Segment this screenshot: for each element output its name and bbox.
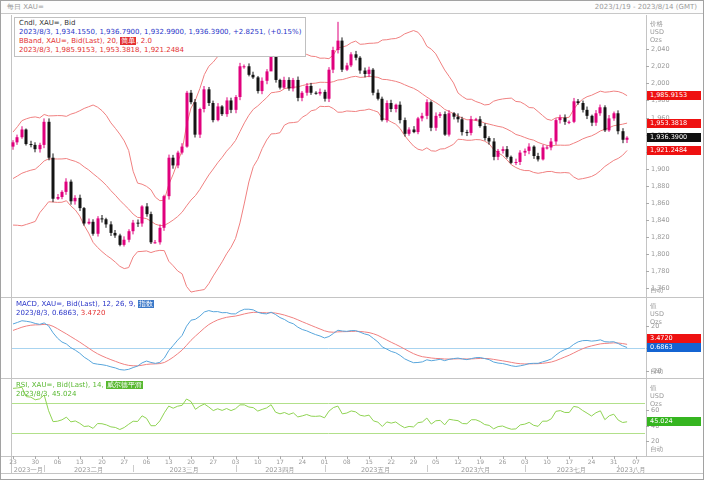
macd-value-text: 2023/8/3, 0.6863,	[16, 309, 81, 317]
rsi-params-text: RSI, XAU=, Bid(Last), 14,	[16, 381, 106, 389]
macd-values: 2023/8/3, 0.6863, 3.4720	[16, 309, 154, 318]
chart-date-range: 2023/1/19 - 2023/8/14 (GMT)	[595, 1, 697, 13]
candle-ohlc-values: 2023/8/3, 1,934.1550, 1,936.7900, 1,932.…	[19, 28, 301, 37]
rsi-legend: RSI, XAU=, Bid(Last), 14, 威尔德平滑 2023/8/3…	[16, 381, 143, 399]
macd-axis-unit1: USD	[650, 310, 664, 318]
last-price-badge: 1,936.3900	[647, 133, 701, 142]
rsi-axis-header: 值 USD Ozs	[650, 384, 664, 408]
price-axis-title: 价格	[650, 20, 664, 28]
rsi-smoothing-highlight[interactable]: 威尔德平滑	[106, 381, 143, 389]
bband-sigma-text: , 2.0	[136, 37, 152, 45]
rsi-axis-title: 值	[650, 384, 664, 392]
macd-legend: MACD, XAU=, Bid(Last), 12, 26, 9, 指数 202…	[16, 300, 154, 318]
main-legend: Cndl, XAU=, Bid 2023/8/3, 1,934.1550, 1,…	[14, 17, 306, 57]
price-axis-header: 价格 USD Ozs	[650, 20, 664, 44]
bband-upper-price-badge: 1,985.9153	[647, 91, 701, 100]
macd-series-label: MACD, XAU=, Bid(Last), 12, 26, 9, 指数	[16, 300, 154, 309]
price-axis-auto-label[interactable]: 自动	[650, 286, 663, 295]
chart-interval-title: 每日 XAU=	[7, 1, 44, 13]
price-axis-unit1: USD	[650, 28, 664, 36]
chart-titlebar: 每日 XAU= 2023/1/19 - 2023/8/14 (GMT)	[1, 1, 703, 14]
rsi-axis-unit1: USD	[650, 392, 664, 400]
macd-axis-header: 值 USD Ozs	[650, 302, 664, 326]
rsi-series-label: RSI, XAU=, Bid(Last), 14, 威尔德平滑	[16, 381, 143, 390]
price-axis-unit2: Ozs	[650, 36, 664, 44]
macd-value-badge: 0.6863	[647, 343, 701, 352]
macd-ma-type-highlight[interactable]: 指数	[138, 300, 154, 308]
rsi-axis-unit2: Ozs	[650, 400, 664, 408]
rsi-axis-auto-label[interactable]: 自动	[650, 445, 663, 454]
macd-axis-unit2: Ozs	[650, 318, 664, 326]
chart-window: 每日 XAU= 2023/1/19 - 2023/8/14 (GMT) Cndl…	[0, 0, 704, 480]
bband-middle-price-badge: 1,953.3818	[647, 119, 701, 128]
bband-lower-price-badge: 1,921.2484	[647, 146, 701, 155]
bband-series-label: BBand, XAU=, Bid(Last), 20, 简单, 2.0	[19, 37, 301, 46]
macd-axis-auto-label[interactable]: 自动	[650, 367, 663, 376]
bband-ma-type-highlight[interactable]: 简单	[120, 37, 136, 45]
chart-canvas[interactable]	[1, 1, 703, 479]
rsi-value-text: 2023/8/3, 45.024	[16, 390, 143, 399]
macd-params-text: MACD, XAU=, Bid(Last), 12, 26, 9,	[16, 300, 138, 308]
bband-values: 2023/8/3, 1,985.9153, 1,953.3818, 1,921.…	[19, 46, 301, 55]
macd-signal-value-text: 3.4720	[81, 309, 106, 317]
macd-signal-value-badge: 3.4720	[647, 334, 701, 343]
candle-series-label: Cndl, XAU=, Bid	[19, 19, 301, 28]
rsi-value-badge: 45.024	[647, 417, 701, 426]
macd-axis-title: 值	[650, 302, 664, 310]
bband-params-text: BBand, XAU=, Bid(Last), 20,	[19, 37, 120, 45]
